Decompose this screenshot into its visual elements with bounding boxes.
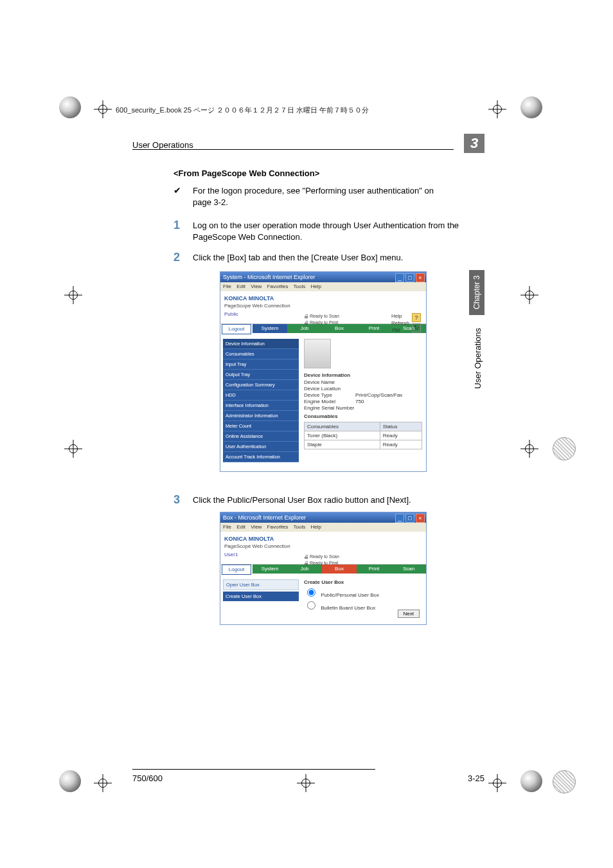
note-text: For the logon procedure, see "Performing…: [193, 185, 443, 208]
device-status: 🖨 Ready to Scan 🖨 Ready to Print: [304, 554, 339, 566]
label: Device Location: [304, 386, 355, 392]
help-link[interactable]: Help: [391, 313, 409, 319]
window-title: Box - Microsoft Internet Explorer: [223, 514, 306, 521]
consumables-heading: Consumables: [304, 413, 422, 419]
label: Device Name: [304, 379, 355, 385]
tab-print[interactable]: Print: [357, 565, 391, 574]
menu-file[interactable]: File: [223, 524, 231, 530]
sidebar-item[interactable]: Output Tray: [223, 370, 299, 380]
sidebar-item[interactable]: Online Assistance: [223, 431, 299, 442]
sidebar-item[interactable]: Interface Information: [223, 401, 299, 411]
tab-system[interactable]: System: [253, 324, 287, 333]
menu-edit[interactable]: Edit: [236, 284, 245, 289]
radio-label: Public/Personal User Box: [321, 592, 379, 598]
step-text: Log on to the user operation mode throug…: [193, 220, 469, 242]
print-mark: [553, 770, 576, 793]
brand-logo-text: KONICA MINOLTA: [224, 295, 422, 302]
print-status-icon: 🖨 Ready to Print: [304, 320, 339, 326]
window-titlebar: Box - Microsoft Internet Explorer _ □ ×: [220, 512, 426, 523]
value: Print/Copy/Scan/Fax: [355, 392, 402, 398]
print-mark: [64, 440, 82, 458]
sidebar-open-user-box[interactable]: Open User Box: [223, 579, 299, 590]
menu-tools[interactable]: Tools: [294, 284, 306, 289]
logout-button[interactable]: Logout: [222, 324, 251, 334]
close-icon[interactable]: ×: [416, 273, 425, 282]
refresh-link[interactable]: Refresh: [391, 320, 409, 326]
print-mark: [520, 440, 538, 458]
create-user-box-pane: Create User Box Public/Personal User Box…: [304, 579, 422, 612]
label: Device Type: [304, 392, 355, 398]
sidebar-item[interactable]: Configuration Summary: [223, 380, 299, 390]
print-mark: [94, 100, 112, 118]
next-button[interactable]: Next: [398, 610, 420, 618]
sidebar-item[interactable]: Consumables: [223, 349, 299, 359]
cell: Ready: [380, 440, 422, 449]
box-sidebar: Open User Box Create User Box: [223, 579, 299, 601]
tab-print[interactable]: Print: [357, 324, 391, 333]
print-mark: [59, 770, 81, 792]
close-icon[interactable]: ×: [416, 514, 425, 523]
tab-system[interactable]: System: [253, 565, 287, 574]
value: 750: [355, 399, 364, 404]
sidebar-create-user-box[interactable]: Create User Box: [223, 592, 299, 601]
minimize-icon[interactable]: _: [395, 273, 404, 282]
product-name: PageScope Web Connection: [224, 543, 422, 549]
maximize-icon[interactable]: □: [405, 273, 414, 282]
menu-favorites[interactable]: Favorites: [267, 284, 289, 289]
menu-tools[interactable]: Tools: [294, 524, 306, 530]
system-sidebar: Device Information Consumables Input Tra…: [223, 339, 299, 462]
section-heading: <From PageScope Web Connection>: [173, 168, 319, 178]
sidebar-item[interactable]: Input Tray: [223, 359, 299, 370]
step-number: 1: [173, 219, 180, 232]
sidebar-item[interactable]: HDD: [223, 390, 299, 401]
radio-label: Bulletin Board User Box: [321, 605, 375, 611]
running-header: User Operations: [132, 140, 193, 150]
tab-scan[interactable]: Scan: [391, 565, 426, 574]
label: Engine Serial Number: [304, 405, 355, 411]
step-number: 2: [173, 251, 180, 264]
sidebar-item[interactable]: Meter Count: [223, 421, 299, 431]
device-info-pane: Device Information Device Name Device Lo…: [304, 339, 422, 467]
menu-help[interactable]: Help: [311, 284, 321, 289]
print-mark: [553, 437, 576, 460]
sidebar-item[interactable]: Account Track Information: [223, 452, 299, 462]
menu-file[interactable]: File: [223, 284, 231, 289]
radio-bulletin-board[interactable]: [307, 601, 315, 610]
ie-menubar[interactable]: File Edit View Favorites Tools Help: [220, 523, 426, 532]
device-status: 🖨 Ready to Scan 🖨 Ready to Print: [304, 313, 339, 326]
sidebar-item[interactable]: Device Information: [223, 339, 299, 349]
side-section-title: User Operations: [473, 328, 483, 389]
logout-button[interactable]: Logout: [222, 565, 251, 575]
scan-status-icon: 🖨 Ready to Scan: [304, 554, 339, 560]
sidebar-item[interactable]: Administrator Information: [223, 411, 299, 421]
col-header: Consumables: [305, 422, 380, 431]
menu-favorites[interactable]: Favorites: [267, 524, 289, 530]
side-chapter-tab: Chapter 3: [469, 270, 484, 315]
window-titlebar: System - Microsoft Internet Explorer _ □…: [220, 272, 426, 282]
brand-logo-text: KONICA MINOLTA: [224, 536, 422, 542]
radio-public-personal[interactable]: [307, 588, 315, 597]
menu-view[interactable]: View: [251, 524, 262, 530]
screenshot-box-tab: Box - Microsoft Internet Explorer _ □ × …: [220, 512, 427, 625]
checkmark-icon: ✔: [173, 185, 181, 195]
step-number: 3: [173, 493, 180, 507]
print-mark: [94, 774, 112, 792]
print-mark: [488, 100, 506, 118]
menu-help[interactable]: Help: [311, 524, 321, 530]
ie-menubar[interactable]: File Edit View Favorites Tools Help: [220, 282, 426, 291]
help-icon[interactable]: ?: [412, 313, 421, 322]
form-heading: Create User Box: [304, 579, 422, 585]
source-file-header: 600_security_E.book 25 ページ ２００６年１２月２７日 水…: [116, 105, 369, 115]
maximize-icon[interactable]: □: [405, 514, 414, 523]
minimize-icon[interactable]: _: [395, 514, 404, 523]
print-mark: [64, 286, 82, 304]
footer-model: 750/600: [132, 773, 163, 783]
scan-status-icon: 🖨 Ready to Scan: [304, 313, 339, 320]
sidebar-item[interactable]: User Authentication: [223, 442, 299, 452]
menu-edit[interactable]: Edit: [236, 524, 245, 530]
refresh-icon[interactable]: ↻: [412, 323, 421, 332]
menu-view[interactable]: View: [251, 284, 262, 289]
print-mark: [520, 286, 538, 304]
cell: Toner (Black): [305, 431, 380, 440]
print-mark: [520, 96, 542, 118]
